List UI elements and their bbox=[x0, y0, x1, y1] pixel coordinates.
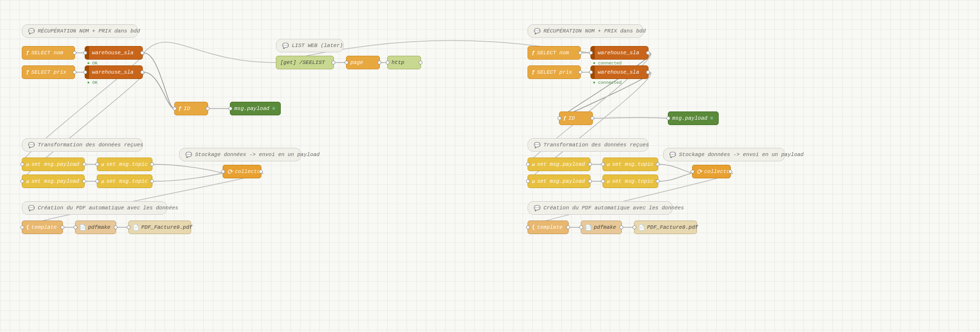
set-msg-topic1-left[interactable]: ⇄ set msg.topic bbox=[97, 158, 152, 171]
change-icon: ⇄ bbox=[101, 161, 105, 168]
port-out bbox=[728, 170, 732, 174]
set-msg-payload2-left[interactable]: ⇄ set msg.payload bbox=[22, 174, 85, 188]
comment-stockage-left[interactable]: 💬 Stockage données -> envoi en un payloa… bbox=[179, 148, 301, 161]
port-in bbox=[601, 179, 605, 183]
change-icon: ⇄ bbox=[101, 178, 105, 185]
port-in bbox=[589, 51, 593, 55]
port-in bbox=[666, 116, 670, 120]
change-icon: ⇄ bbox=[607, 178, 610, 185]
set-msg-payload2-right[interactable]: ⇄ set msg.payload bbox=[528, 174, 590, 188]
port-out bbox=[619, 225, 623, 229]
flow-canvas[interactable]: 💬 RÉCUPÉRATION NOM + PRIX dans bdd ƒ SEL… bbox=[0, 0, 980, 332]
port-out bbox=[646, 51, 650, 55]
port-in bbox=[526, 179, 530, 183]
comment-recuperation-left[interactable]: 💬 RÉCUPÉRATION NOM + PRIX dans bdd bbox=[22, 24, 138, 38]
port-in bbox=[345, 61, 348, 64]
port-in bbox=[386, 61, 390, 64]
pdfmake-right[interactable]: 📄 pdfmake bbox=[581, 221, 622, 234]
collector-left[interactable]: ⟳ collector bbox=[223, 165, 261, 178]
port-out bbox=[114, 225, 118, 229]
function-icon: ƒ bbox=[26, 69, 30, 75]
set-msg-topic2-left[interactable]: ⇄ set msg.topic bbox=[97, 174, 152, 188]
change-icon: ⇄ bbox=[532, 161, 535, 168]
warehouse-sla2-left[interactable]: warehouse_sla OK bbox=[85, 65, 143, 79]
comment-pdf-left[interactable]: 💬 Création du PDF automatique avec les d… bbox=[22, 201, 167, 215]
warehouse-sla2-right[interactable]: warehouse_sla connected bbox=[590, 65, 648, 79]
template-right[interactable]: { template bbox=[528, 221, 569, 234]
function-icon: ƒ bbox=[532, 50, 535, 56]
pdf-file8-right[interactable]: 📄 PDF_Facture8.pdf bbox=[634, 221, 697, 234]
port-in bbox=[691, 170, 694, 174]
comment-recuperation-right[interactable]: 💬 RÉCUPÉRATION NOM + PRIX dans bdd bbox=[528, 24, 644, 38]
port-out bbox=[140, 70, 144, 74]
port-in bbox=[20, 162, 24, 166]
pdfmake-left[interactable]: 📄 pdfmake bbox=[75, 221, 116, 234]
comment-pdf-right[interactable]: 💬 Création du PDF automatique avec les d… bbox=[528, 201, 673, 215]
change-icon: ⇄ bbox=[26, 178, 30, 185]
port-in bbox=[526, 162, 530, 166]
id-right[interactable]: ƒ ID bbox=[559, 111, 593, 125]
select-nom-right[interactable]: ƒ SELECT nom bbox=[528, 46, 581, 60]
function-icon: ƒ bbox=[26, 50, 30, 56]
collector-icon: ⟳ bbox=[696, 168, 702, 176]
get-seelist[interactable]: [get] /SEELIST bbox=[276, 56, 334, 69]
port-in bbox=[526, 225, 530, 229]
port-in bbox=[83, 70, 87, 74]
port-out bbox=[566, 225, 570, 229]
http-out[interactable]: http bbox=[387, 56, 421, 69]
msg-payload-debug-right[interactable]: msg.payload ≡ bbox=[668, 111, 719, 125]
port-in bbox=[589, 70, 593, 74]
select-prix-right[interactable]: ƒ SELECT prix bbox=[528, 65, 581, 79]
warehouse-sla1-right[interactable]: warehouse_sla connected bbox=[590, 46, 648, 60]
set-msg-topic2-right[interactable]: ⇄ set msg.topic bbox=[603, 174, 658, 188]
pdf-file9-left[interactable]: 📄 PDF_Facture9.pdf bbox=[128, 221, 191, 234]
collector-right[interactable]: ⟳ collector bbox=[692, 165, 731, 178]
port-out bbox=[578, 51, 582, 55]
port-in bbox=[579, 225, 583, 229]
msg-payload-debug-left[interactable]: msg.payload ≡ bbox=[230, 102, 281, 115]
comment-icon: 💬 bbox=[185, 152, 192, 158]
port-out bbox=[656, 162, 660, 166]
collector-icon: ⟳ bbox=[227, 168, 233, 176]
port-out bbox=[656, 179, 660, 183]
port-in bbox=[83, 51, 87, 55]
page-node[interactable]: page bbox=[346, 56, 380, 69]
port-out bbox=[377, 61, 381, 64]
port-in bbox=[558, 116, 561, 120]
port-in bbox=[74, 225, 77, 229]
warehouse-sla1-left[interactable]: warehouse_sla OK bbox=[85, 46, 143, 60]
id-left[interactable]: ƒ ID bbox=[174, 102, 208, 115]
change-icon: ⇄ bbox=[532, 178, 535, 185]
set-msg-payload1-right[interactable]: ⇄ set msg.payload bbox=[528, 158, 590, 171]
template-left[interactable]: { template bbox=[22, 221, 63, 234]
port-in bbox=[20, 179, 24, 183]
comment-transformation-left[interactable]: 💬 Transformation des données reçues bbox=[22, 138, 143, 152]
comment-list-web[interactable]: 💬 LIST WEB (later) bbox=[276, 39, 344, 52]
set-msg-topic1-right[interactable]: ⇄ set msg.topic bbox=[603, 158, 658, 171]
port-in bbox=[127, 225, 131, 229]
port-out bbox=[73, 51, 76, 55]
comment-transformation-right[interactable]: 💬 Transformation des données reçues bbox=[528, 138, 648, 152]
select-prix-left[interactable]: ƒ SELECT prix bbox=[22, 65, 75, 79]
port-out bbox=[646, 70, 650, 74]
port-in bbox=[95, 162, 99, 166]
change-icon: ⇄ bbox=[26, 161, 30, 168]
function-icon: ƒ bbox=[532, 69, 535, 75]
comment-icon: 💬 bbox=[28, 205, 35, 211]
port-out bbox=[150, 179, 154, 183]
port-in bbox=[221, 170, 225, 174]
port-out bbox=[150, 162, 154, 166]
set-msg-payload1-left[interactable]: ⇄ set msg.payload bbox=[22, 158, 85, 171]
port-in bbox=[601, 162, 605, 166]
port-out bbox=[578, 70, 582, 74]
port-out bbox=[140, 51, 144, 55]
port-out bbox=[588, 162, 592, 166]
select-nom-left[interactable]: ƒ SELECT nom bbox=[22, 46, 75, 60]
status-connected-right2: connected bbox=[593, 80, 621, 85]
port-out bbox=[206, 107, 210, 111]
port-in bbox=[228, 107, 232, 111]
port-out bbox=[588, 179, 592, 183]
port-out bbox=[82, 162, 86, 166]
port-out bbox=[82, 179, 86, 183]
comment-stockage-right[interactable]: 💬 Stockage données -> envoi en un payloa… bbox=[663, 148, 785, 161]
